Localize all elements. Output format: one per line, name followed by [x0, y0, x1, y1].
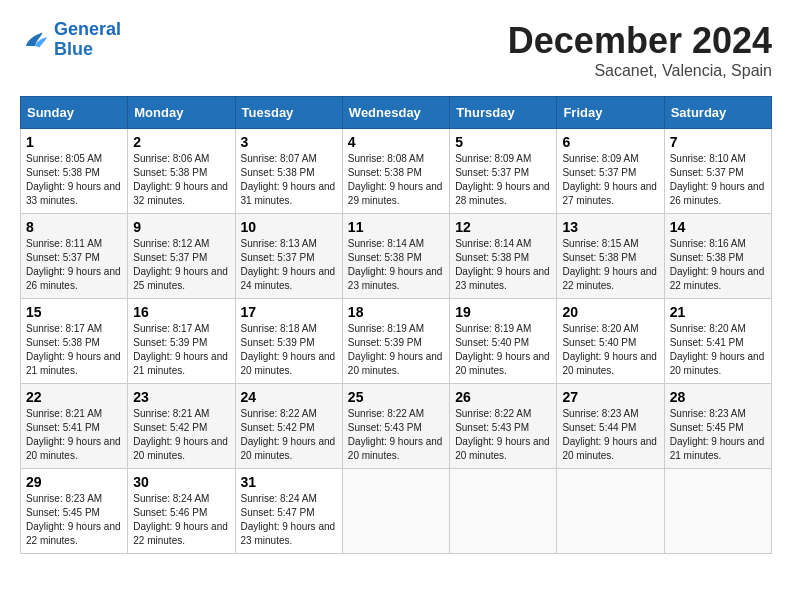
- calendar-cell: 27 Sunrise: 8:23 AMSunset: 5:44 PMDaylig…: [557, 384, 664, 469]
- calendar-cell: 25 Sunrise: 8:22 AMSunset: 5:43 PMDaylig…: [342, 384, 449, 469]
- calendar-cell: [342, 469, 449, 554]
- logo: General Blue: [20, 20, 121, 60]
- day-number: 8: [26, 219, 122, 235]
- day-number: 31: [241, 474, 337, 490]
- day-number: 5: [455, 134, 551, 150]
- calendar-week-row: 29 Sunrise: 8:23 AMSunset: 5:45 PMDaylig…: [21, 469, 772, 554]
- calendar-cell: 5 Sunrise: 8:09 AMSunset: 5:37 PMDayligh…: [450, 129, 557, 214]
- day-number: 28: [670, 389, 766, 405]
- logo-text: General Blue: [54, 20, 121, 60]
- day-info: Sunrise: 8:12 AMSunset: 5:37 PMDaylight:…: [133, 237, 229, 293]
- day-number: 13: [562, 219, 658, 235]
- day-number: 10: [241, 219, 337, 235]
- weekday-header-wednesday: Wednesday: [342, 97, 449, 129]
- day-info: Sunrise: 8:09 AMSunset: 5:37 PMDaylight:…: [562, 152, 658, 208]
- day-info: Sunrise: 8:22 AMSunset: 5:43 PMDaylight:…: [455, 407, 551, 463]
- day-number: 27: [562, 389, 658, 405]
- calendar-cell: 21 Sunrise: 8:20 AMSunset: 5:41 PMDaylig…: [664, 299, 771, 384]
- day-number: 19: [455, 304, 551, 320]
- day-info: Sunrise: 8:11 AMSunset: 5:37 PMDaylight:…: [26, 237, 122, 293]
- day-info: Sunrise: 8:07 AMSunset: 5:38 PMDaylight:…: [241, 152, 337, 208]
- title-block: December 2024 Sacanet, Valencia, Spain: [508, 20, 772, 80]
- weekday-header-sunday: Sunday: [21, 97, 128, 129]
- day-info: Sunrise: 8:19 AMSunset: 5:39 PMDaylight:…: [348, 322, 444, 378]
- day-info: Sunrise: 8:10 AMSunset: 5:37 PMDaylight:…: [670, 152, 766, 208]
- day-number: 11: [348, 219, 444, 235]
- day-info: Sunrise: 8:17 AMSunset: 5:38 PMDaylight:…: [26, 322, 122, 378]
- calendar-cell: 23 Sunrise: 8:21 AMSunset: 5:42 PMDaylig…: [128, 384, 235, 469]
- day-number: 30: [133, 474, 229, 490]
- day-number: 24: [241, 389, 337, 405]
- day-number: 6: [562, 134, 658, 150]
- calendar-cell: 28 Sunrise: 8:23 AMSunset: 5:45 PMDaylig…: [664, 384, 771, 469]
- weekday-header-tuesday: Tuesday: [235, 97, 342, 129]
- calendar-week-row: 15 Sunrise: 8:17 AMSunset: 5:38 PMDaylig…: [21, 299, 772, 384]
- day-number: 22: [26, 389, 122, 405]
- calendar-cell: 9 Sunrise: 8:12 AMSunset: 5:37 PMDayligh…: [128, 214, 235, 299]
- day-number: 1: [26, 134, 122, 150]
- calendar-cell: 30 Sunrise: 8:24 AMSunset: 5:46 PMDaylig…: [128, 469, 235, 554]
- weekday-header-friday: Friday: [557, 97, 664, 129]
- calendar-cell: 3 Sunrise: 8:07 AMSunset: 5:38 PMDayligh…: [235, 129, 342, 214]
- day-number: 17: [241, 304, 337, 320]
- day-number: 4: [348, 134, 444, 150]
- day-info: Sunrise: 8:08 AMSunset: 5:38 PMDaylight:…: [348, 152, 444, 208]
- day-info: Sunrise: 8:20 AMSunset: 5:40 PMDaylight:…: [562, 322, 658, 378]
- calendar-cell: 19 Sunrise: 8:19 AMSunset: 5:40 PMDaylig…: [450, 299, 557, 384]
- calendar-cell: 20 Sunrise: 8:20 AMSunset: 5:40 PMDaylig…: [557, 299, 664, 384]
- day-info: Sunrise: 8:15 AMSunset: 5:38 PMDaylight:…: [562, 237, 658, 293]
- day-info: Sunrise: 8:14 AMSunset: 5:38 PMDaylight:…: [348, 237, 444, 293]
- day-info: Sunrise: 8:21 AMSunset: 5:41 PMDaylight:…: [26, 407, 122, 463]
- day-info: Sunrise: 8:14 AMSunset: 5:38 PMDaylight:…: [455, 237, 551, 293]
- calendar-cell: 2 Sunrise: 8:06 AMSunset: 5:38 PMDayligh…: [128, 129, 235, 214]
- calendar-cell: 8 Sunrise: 8:11 AMSunset: 5:37 PMDayligh…: [21, 214, 128, 299]
- weekday-header-thursday: Thursday: [450, 97, 557, 129]
- day-info: Sunrise: 8:23 AMSunset: 5:44 PMDaylight:…: [562, 407, 658, 463]
- day-info: Sunrise: 8:18 AMSunset: 5:39 PMDaylight:…: [241, 322, 337, 378]
- calendar-week-row: 22 Sunrise: 8:21 AMSunset: 5:41 PMDaylig…: [21, 384, 772, 469]
- day-info: Sunrise: 8:24 AMSunset: 5:47 PMDaylight:…: [241, 492, 337, 548]
- calendar-cell: 15 Sunrise: 8:17 AMSunset: 5:38 PMDaylig…: [21, 299, 128, 384]
- day-number: 20: [562, 304, 658, 320]
- day-info: Sunrise: 8:05 AMSunset: 5:38 PMDaylight:…: [26, 152, 122, 208]
- day-number: 16: [133, 304, 229, 320]
- day-info: Sunrise: 8:16 AMSunset: 5:38 PMDaylight:…: [670, 237, 766, 293]
- calendar-week-row: 8 Sunrise: 8:11 AMSunset: 5:37 PMDayligh…: [21, 214, 772, 299]
- calendar-cell: [450, 469, 557, 554]
- day-number: 7: [670, 134, 766, 150]
- weekday-header-monday: Monday: [128, 97, 235, 129]
- calendar-cell: 10 Sunrise: 8:13 AMSunset: 5:37 PMDaylig…: [235, 214, 342, 299]
- calendar-cell: 14 Sunrise: 8:16 AMSunset: 5:38 PMDaylig…: [664, 214, 771, 299]
- calendar-cell: [664, 469, 771, 554]
- day-info: Sunrise: 8:22 AMSunset: 5:43 PMDaylight:…: [348, 407, 444, 463]
- day-info: Sunrise: 8:06 AMSunset: 5:38 PMDaylight:…: [133, 152, 229, 208]
- day-number: 12: [455, 219, 551, 235]
- day-number: 3: [241, 134, 337, 150]
- day-number: 9: [133, 219, 229, 235]
- calendar-cell: [557, 469, 664, 554]
- calendar-cell: 29 Sunrise: 8:23 AMSunset: 5:45 PMDaylig…: [21, 469, 128, 554]
- day-number: 23: [133, 389, 229, 405]
- weekday-header-saturday: Saturday: [664, 97, 771, 129]
- calendar-table: SundayMondayTuesdayWednesdayThursdayFrid…: [20, 96, 772, 554]
- weekday-header-row: SundayMondayTuesdayWednesdayThursdayFrid…: [21, 97, 772, 129]
- logo-icon: [20, 25, 50, 55]
- calendar-cell: 18 Sunrise: 8:19 AMSunset: 5:39 PMDaylig…: [342, 299, 449, 384]
- day-info: Sunrise: 8:23 AMSunset: 5:45 PMDaylight:…: [26, 492, 122, 548]
- month-title: December 2024: [508, 20, 772, 62]
- day-info: Sunrise: 8:24 AMSunset: 5:46 PMDaylight:…: [133, 492, 229, 548]
- calendar-cell: 4 Sunrise: 8:08 AMSunset: 5:38 PMDayligh…: [342, 129, 449, 214]
- day-info: Sunrise: 8:20 AMSunset: 5:41 PMDaylight:…: [670, 322, 766, 378]
- day-info: Sunrise: 8:19 AMSunset: 5:40 PMDaylight:…: [455, 322, 551, 378]
- calendar-cell: 12 Sunrise: 8:14 AMSunset: 5:38 PMDaylig…: [450, 214, 557, 299]
- day-number: 2: [133, 134, 229, 150]
- calendar-cell: 22 Sunrise: 8:21 AMSunset: 5:41 PMDaylig…: [21, 384, 128, 469]
- day-info: Sunrise: 8:13 AMSunset: 5:37 PMDaylight:…: [241, 237, 337, 293]
- day-number: 15: [26, 304, 122, 320]
- calendar-cell: 6 Sunrise: 8:09 AMSunset: 5:37 PMDayligh…: [557, 129, 664, 214]
- day-number: 14: [670, 219, 766, 235]
- day-number: 21: [670, 304, 766, 320]
- day-number: 18: [348, 304, 444, 320]
- location-subtitle: Sacanet, Valencia, Spain: [508, 62, 772, 80]
- calendar-cell: 24 Sunrise: 8:22 AMSunset: 5:42 PMDaylig…: [235, 384, 342, 469]
